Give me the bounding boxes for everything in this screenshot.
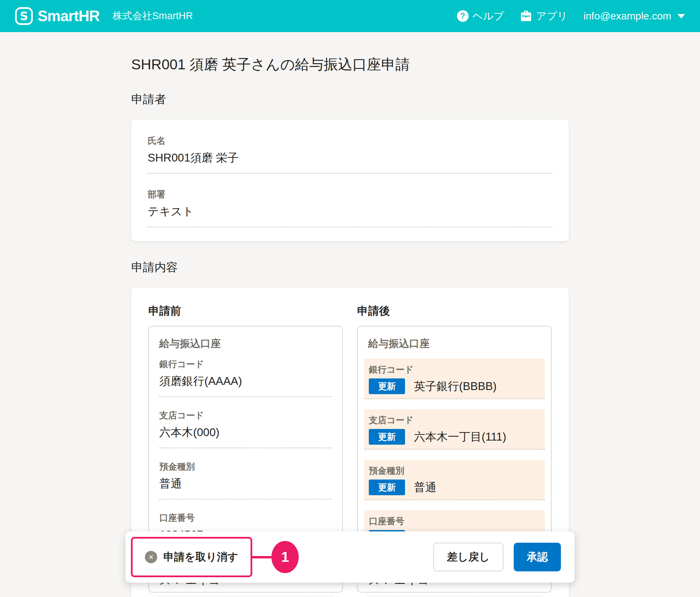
apps-menu-item[interactable]: アプリ [520, 9, 568, 23]
update-badge: 更新 [369, 429, 405, 445]
field-value: 英子銀行(BBBB) [414, 378, 497, 394]
field-value-row: 更新 普通 [369, 480, 540, 495]
action-bar-buttons: 差し戻し 承認 [433, 543, 561, 571]
close-circle-icon: ✕ [145, 551, 157, 563]
before-field-row: 支店コード 六本木(000) [159, 410, 332, 448]
field-label: 口座番号 [159, 512, 332, 523]
field-label: 預金種別 [369, 465, 540, 476]
page-title: SHR001 須磨 英子さんの給与振込口座申請 [131, 56, 569, 73]
before-column-header: 申請前 [148, 305, 343, 317]
account-menu[interactable]: info@example.com [583, 10, 685, 22]
field-label: 銀行コード [159, 359, 332, 370]
before-field-list: 銀行コード 須磨銀行(AAAA) 支店コード 六本木(000) 預金種別 [159, 359, 332, 551]
annotation-connector-line [252, 556, 271, 558]
cancel-request-button[interactable]: ✕ 申請を取り消す [131, 537, 252, 577]
update-badge: 更新 [369, 480, 405, 495]
content-section-heading: 申請内容 [131, 260, 569, 274]
field-value: テキスト [148, 204, 552, 219]
after-group-title: 給与振込口座 [368, 337, 541, 350]
cancel-request-label: 申請を取り消す [163, 550, 238, 564]
app-header: S SmartHR 株式会社SmartHR ? ヘルプ アプリ info@exa… [0, 0, 700, 32]
annotation-number-badge: 1 [271, 541, 299, 573]
applicant-section-heading: 申請者 [131, 92, 569, 106]
field-label: 支店コード [369, 415, 540, 426]
sticky-action-bar: ✕ 申請を取り消す 1 差し戻し 承認 [125, 531, 575, 583]
apps-label: アプリ [536, 9, 568, 23]
field-value: 須磨銀行(AAAA) [159, 374, 332, 389]
header-right: ? ヘルプ アプリ info@example.com [457, 9, 685, 23]
smarthr-logo-icon: S [15, 7, 33, 25]
account-email: info@example.com [583, 10, 671, 22]
field-value: 六本木(000) [159, 425, 332, 440]
before-field-row: 預金種別 普通 [159, 461, 332, 500]
main-content: SHR001 須磨 英子さんの給与振込口座申請 申請者 氏名 SHR001須磨 … [131, 56, 569, 597]
field-value: 普通 [414, 480, 436, 495]
remand-button[interactable]: 差し戻し [433, 543, 503, 571]
field-label: 支店コード [159, 410, 332, 421]
field-value: SHR001須磨 栄子 [148, 150, 552, 165]
help-icon: ? [457, 10, 469, 22]
field-value-row: 更新 英子銀行(BBBB) [369, 378, 540, 394]
field-label: 銀行コード [369, 364, 540, 375]
after-field-row: 預金種別 更新 普通 [364, 460, 545, 500]
smarthr-logo[interactable]: S SmartHR [15, 7, 99, 25]
after-field-list: 銀行コード 更新 英子銀行(BBBB) 支店コード 更新 [368, 359, 541, 551]
company-name: 株式会社SmartHR [112, 9, 193, 23]
briefcase-icon [520, 10, 532, 22]
field-value: 六本木一丁目(111) [414, 429, 506, 445]
chevron-down-icon [677, 14, 685, 18]
help-menu-item[interactable]: ? ヘルプ [457, 9, 504, 23]
approve-button[interactable]: 承認 [514, 543, 561, 571]
applicant-card: 氏名 SHR001須磨 栄子 部署 テキスト [131, 120, 569, 241]
help-label: ヘルプ [473, 9, 504, 23]
field-value: 普通 [159, 476, 332, 491]
before-field-row: 銀行コード 須磨銀行(AAAA) [159, 359, 332, 397]
field-label: 部署 [148, 189, 552, 200]
after-field-row: 支店コード 更新 六本木一丁目(111) [364, 409, 545, 450]
before-group-title: 給与振込口座 [159, 337, 332, 350]
field-label: 氏名 [148, 135, 552, 146]
update-badge: 更新 [369, 378, 405, 394]
applicant-field-row: 氏名 SHR001須磨 栄子 [148, 135, 552, 174]
applicant-field-row: 部署 テキスト [148, 189, 552, 227]
after-column-header: 申請後 [357, 305, 552, 317]
cancel-annotation-group: ✕ 申請を取り消す 1 [131, 537, 299, 577]
smarthr-logo-text: SmartHR [38, 8, 99, 25]
field-value-row: 更新 六本木一丁目(111) [369, 429, 540, 445]
after-field-row: 銀行コード 更新 英子銀行(BBBB) [364, 359, 545, 399]
field-label: 口座番号 [369, 516, 540, 527]
field-label: 預金種別 [159, 461, 332, 472]
